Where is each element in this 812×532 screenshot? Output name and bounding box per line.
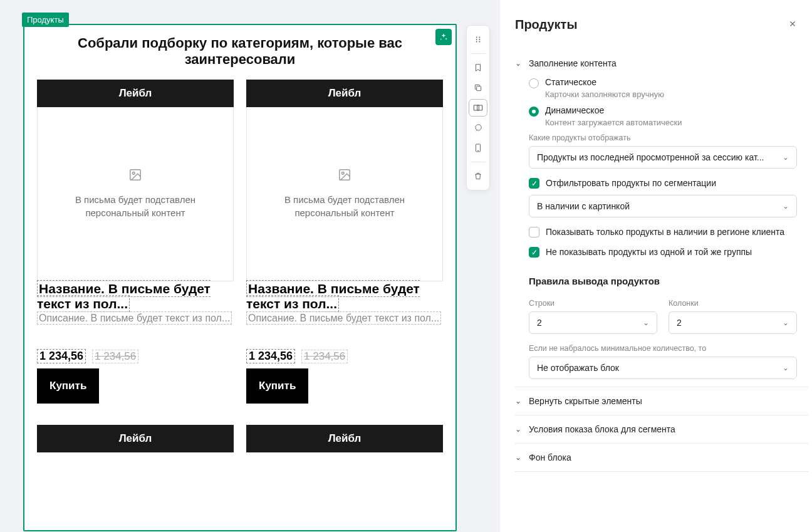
settings-panel: Продукты ⌄ Заполнение контента Статическ…: [500, 0, 812, 532]
chevron-down-icon: ⌄: [783, 318, 789, 327]
card-label[interactable]: Лейбл: [246, 80, 443, 107]
svg-point-1: [132, 172, 135, 175]
card-price[interactable]: 1 234,56: [37, 349, 86, 363]
block-tag: Продукты: [22, 13, 69, 27]
product-card[interactable]: Лейбл В письма будет подставлен персонал…: [37, 80, 234, 453]
comment-icon: [474, 123, 482, 132]
rules-heading: Правила вывода продуктов: [529, 276, 808, 286]
duplicate-button[interactable]: [469, 99, 487, 117]
trash-icon: [474, 172, 482, 180]
checkbox-region[interactable]: Показывать только продукты в наличии в р…: [529, 226, 797, 237]
image-placeholder-text: В письма будет подставлен персональный к…: [247, 193, 442, 219]
delete-button[interactable]: [469, 167, 487, 185]
fallback-select[interactable]: Не отображать блок ⌄: [529, 357, 797, 379]
radio-label: Статическое: [545, 77, 596, 87]
checkbox-icon: ✓: [529, 178, 539, 189]
select-value: 2: [677, 318, 682, 328]
radio-description: Контент загружается автоматически: [545, 118, 808, 127]
card-image-placeholder[interactable]: В письма будет подставлен персональный к…: [246, 107, 443, 281]
card-product-description[interactable]: Описание. В письме будет текст из пол...: [37, 311, 232, 325]
card-price-old[interactable]: 1 234,56: [301, 350, 348, 363]
select-value: Не отображать блок: [537, 363, 619, 373]
section-label: Вернуть скрытые элементы: [529, 396, 642, 406]
block-toolbar: [466, 25, 490, 190]
checkbox-label: Не показывать продукты из одной и той же…: [546, 246, 752, 258]
section-label: Фон блока: [529, 452, 571, 462]
mobile-icon: [474, 143, 482, 152]
copy-button[interactable]: [469, 79, 487, 96]
radio-icon: [529, 78, 539, 88]
duplicate-icon: [473, 103, 483, 112]
sparkle-icon: [439, 33, 448, 41]
svg-point-3: [341, 172, 344, 175]
filter-select[interactable]: В наличии с картинкой ⌄: [529, 195, 797, 217]
close-icon: [788, 19, 797, 28]
chevron-down-icon: ⌄: [515, 59, 524, 68]
chevron-down-icon: ⌄: [515, 397, 524, 405]
radio-dynamic[interactable]: Динамическое: [529, 105, 808, 117]
checkbox-icon: [529, 227, 539, 237]
ai-magic-button[interactable]: [435, 29, 452, 45]
card-label[interactable]: Лейбл: [246, 425, 443, 452]
chevron-down-icon: ⌄: [515, 453, 524, 462]
radio-label: Динамическое: [545, 105, 604, 115]
select-value: В наличии с картинкой: [537, 201, 630, 211]
divider: [471, 162, 486, 162]
card-price[interactable]: 1 234,56: [246, 349, 295, 363]
panel-title: Продукты: [515, 18, 578, 32]
section-label: Условия показа блока для сегмента: [529, 424, 675, 434]
field-label: Колонки: [669, 299, 797, 308]
drag-handle[interactable]: [469, 31, 487, 48]
email-title[interactable]: Собрали подборку по категориям, которые …: [37, 35, 443, 68]
canvas-area: Продукты Собрали подборку по категориям,…: [0, 0, 500, 532]
mobile-button[interactable]: [469, 139, 487, 157]
chevron-down-icon: ⌄: [783, 363, 789, 372]
card-price-old[interactable]: 1 234,56: [92, 350, 138, 363]
product-card[interactable]: Лейбл В письма будет подставлен персонал…: [246, 80, 443, 453]
field-label: Какие продукты отображать: [529, 133, 808, 142]
section-label: Заполнение контента: [529, 58, 617, 68]
radio-description: Карточки заполняются вручную: [545, 90, 808, 99]
close-button[interactable]: [788, 19, 797, 31]
select-value: Продукты из последней просмотренной за с…: [537, 152, 764, 162]
card-label[interactable]: Лейбл: [37, 425, 234, 452]
radio-icon: [529, 107, 539, 117]
section-background[interactable]: ⌄ Фон блока: [515, 444, 808, 471]
buy-button[interactable]: Купить: [37, 368, 99, 404]
rows-select[interactable]: 2 ⌄: [529, 311, 657, 334]
card-image-placeholder[interactable]: В письма будет подставлен персональный к…: [37, 107, 234, 281]
field-label: Строки: [529, 299, 657, 308]
section-content-fill[interactable]: ⌄ Заполнение контента: [515, 55, 808, 72]
svg-point-7: [479, 39, 480, 40]
svg-rect-10: [477, 86, 481, 91]
cols-select[interactable]: 2 ⌄: [669, 311, 797, 334]
chevron-down-icon: ⌄: [783, 202, 789, 211]
card-product-title[interactable]: Название. В письме будет текст из пол...: [37, 280, 211, 312]
svg-point-8: [476, 41, 477, 43]
checkbox-label: Показывать только продукты в наличии в р…: [546, 226, 784, 237]
checkbox-group[interactable]: ✓ Не показывать продукты из одной и той …: [529, 246, 797, 258]
save-button[interactable]: [469, 59, 487, 76]
buy-button[interactable]: Купить: [246, 368, 308, 404]
divider: [471, 53, 486, 54]
image-icon: [338, 168, 351, 182]
svg-rect-12: [477, 105, 482, 110]
section-return-hidden[interactable]: ⌄ Вернуть скрытые элементы: [515, 387, 808, 415]
select-value: 2: [537, 318, 542, 328]
email-block-selected[interactable]: Собрали подборку по категориям, которые …: [23, 24, 457, 531]
card-label[interactable]: Лейбл: [37, 80, 234, 107]
copy-icon: [474, 83, 482, 92]
card-product-description[interactable]: Описание. В письме будет текст из пол...: [246, 311, 441, 325]
chevron-down-icon: ⌄: [643, 318, 649, 327]
checkbox-filter-segmentation[interactable]: ✓ Отфильтровать продукты по сегментации: [529, 177, 797, 189]
comment-button[interactable]: [469, 119, 487, 137]
section-conditions[interactable]: ⌄ Условия показа блока для сегмента: [515, 415, 808, 443]
svg-point-5: [479, 37, 480, 38]
svg-rect-11: [474, 105, 479, 110]
card-product-title[interactable]: Название. В письме будет текст из пол...: [246, 280, 420, 312]
chevron-down-icon: ⌄: [783, 153, 789, 162]
radio-static[interactable]: Статическое: [529, 77, 808, 88]
field-label: Если не набралось минимальное количество…: [529, 344, 808, 353]
svg-point-6: [476, 39, 477, 40]
products-source-select[interactable]: Продукты из последней просмотренной за с…: [529, 146, 797, 169]
